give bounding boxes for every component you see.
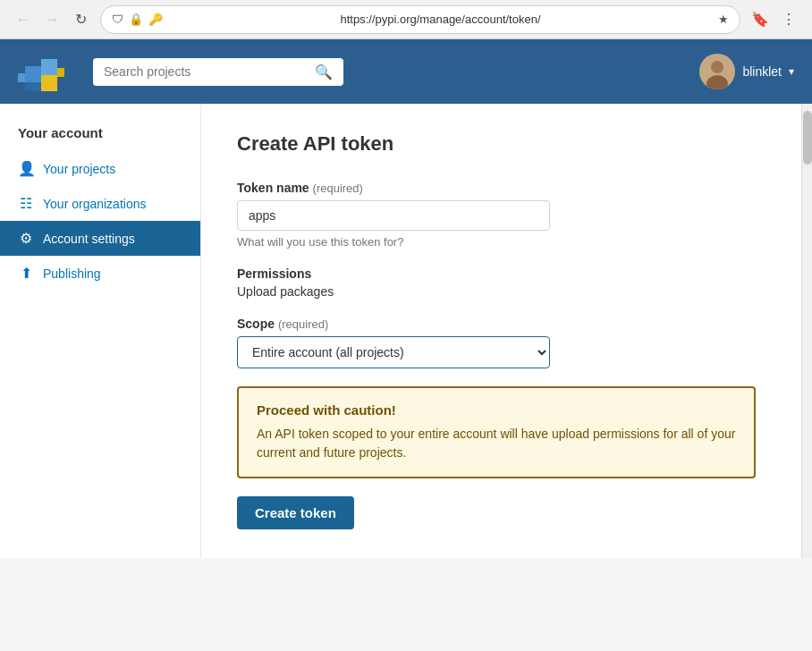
scrollbar-thumb[interactable] [803, 111, 812, 165]
settings-icon: ⚙ [18, 230, 34, 247]
dropdown-arrow-icon: ▾ [789, 65, 794, 78]
token-name-label: Token name (required) [237, 181, 765, 195]
scope-group: Scope (required) Entire account (all pro… [237, 317, 765, 368]
search-bar[interactable]: 🔍 [93, 58, 343, 86]
token-name-input[interactable] [237, 200, 550, 231]
caution-title: Proceed with caution! [257, 402, 736, 418]
svg-rect-0 [25, 66, 41, 82]
key-icon: 🔑 [148, 13, 163, 26]
site-header: 🔍 blinklet ▾ [0, 39, 812, 104]
logo[interactable] [18, 48, 72, 95]
scope-label: Scope (required) [237, 317, 765, 331]
permissions-value: Upload packages [237, 284, 765, 299]
projects-icon: 👤 [18, 160, 34, 177]
nav-buttons: ← → ↻ [11, 7, 93, 32]
user-menu[interactable]: blinklet ▾ [699, 54, 794, 89]
address-bar[interactable]: 🛡 🔒 🔑 https://pypi.org/manage/account/to… [100, 5, 740, 34]
svg-point-7 [711, 61, 723, 73]
token-name-group: Token name (required) What will you use … [237, 181, 765, 249]
avatar-image [699, 54, 735, 89]
scope-select[interactable]: Entire account (all projects) [237, 336, 550, 368]
sidebar-section-title: Your account [0, 125, 200, 151]
app-wrapper: 🔍 blinklet ▾ Your account 👤 [0, 39, 812, 558]
forward-button[interactable]: → [39, 7, 64, 32]
sidebar-item-label-organizations: Your organizations [43, 197, 146, 211]
token-name-hint: What will you use this token for? [237, 235, 765, 249]
svg-rect-1 [41, 59, 57, 75]
sidebar-item-label-projects: Your projects [43, 162, 115, 176]
permissions-title: Permissions [237, 266, 765, 281]
svg-rect-2 [25, 82, 41, 91]
back-button[interactable]: ← [11, 7, 36, 32]
permissions-section: Permissions Upload packages [237, 266, 765, 299]
lock-icon: 🔒 [129, 13, 143, 26]
sidebar-item-account-settings[interactable]: ⚙ Account settings [0, 221, 200, 256]
publishing-icon: ⬆ [18, 265, 34, 282]
sidebar-item-label-settings: Account settings [43, 232, 135, 246]
menu-button[interactable]: ⋮ [776, 7, 801, 32]
svg-rect-4 [41, 75, 57, 91]
sidebar-item-label-publishing: Publishing [43, 266, 101, 281]
search-icon: 🔍 [315, 63, 333, 80]
sidebar-item-publishing[interactable]: ⬆ Publishing [0, 256, 200, 291]
sidebar: Your account 👤 Your projects ☷ Your orga… [0, 104, 201, 558]
scrollbar-track[interactable] [801, 104, 812, 558]
organizations-icon: ☷ [18, 195, 34, 212]
username-label: blinklet [742, 64, 782, 79]
search-input[interactable] [104, 64, 308, 79]
caution-box: Proceed with caution! An API token scope… [237, 386, 756, 478]
create-token-button[interactable]: Create token [237, 496, 354, 529]
shield-icon: 🛡 [112, 13, 123, 26]
sidebar-item-your-organizations[interactable]: ☷ Your organizations [0, 186, 200, 221]
svg-rect-3 [18, 73, 25, 82]
page-title: Create API token [237, 132, 765, 156]
star-icon[interactable]: ★ [718, 13, 729, 26]
token-name-required: (required) [313, 182, 363, 195]
scope-required: (required) [278, 317, 328, 331]
caution-text: An API token scoped to your entire accou… [257, 425, 736, 462]
sidebar-item-your-projects[interactable]: 👤 Your projects [0, 151, 200, 186]
svg-rect-5 [57, 68, 64, 77]
bookmark-button[interactable]: 🔖 [748, 7, 773, 32]
browser-action-buttons: 🔖 ⋮ [748, 7, 801, 32]
avatar [699, 54, 735, 89]
url-display: https://pypi.org/manage/account/token/ [168, 13, 713, 26]
main-content: Create API token Token name (required) W… [201, 104, 801, 558]
reload-button[interactable]: ↻ [68, 7, 93, 32]
browser-chrome: ← → ↻ 🛡 🔒 🔑 https://pypi.org/manage/acco… [0, 0, 812, 39]
page-layout: Your account 👤 Your projects ☷ Your orga… [0, 104, 812, 558]
